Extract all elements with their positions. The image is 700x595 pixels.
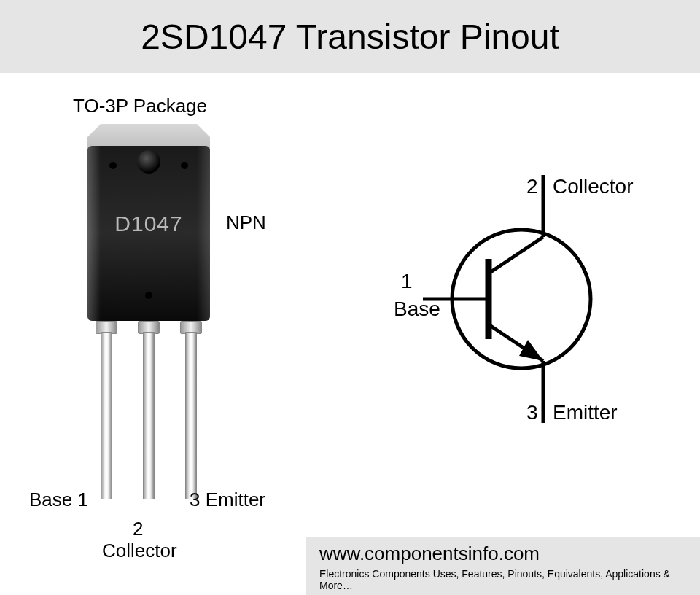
schematic-collector-num: 2	[526, 175, 538, 198]
schematic-base-num: 1	[401, 270, 413, 293]
package-label: TO-3P Package	[73, 95, 207, 117]
title-bar: 2SD1047 Transistor Pinout	[0, 0, 700, 73]
footer-tagline: Electronics Components Uses, Features, P…	[319, 568, 687, 591]
schematic-base-label: Base	[394, 298, 440, 321]
part-marking: D1047	[88, 211, 210, 236]
pin-2-number: 2	[133, 518, 143, 540]
transistor-type-label: NPN	[226, 211, 266, 234]
schematic-collector-label: Collector	[553, 175, 633, 198]
footer: www.componentsinfo.com Electronics Compo…	[306, 537, 700, 595]
pin-3-label: 3 Emitter	[190, 489, 265, 511]
footer-url: www.componentsinfo.com	[319, 542, 687, 565]
svg-marker-7	[519, 340, 543, 361]
svg-line-3	[489, 237, 543, 273]
schematic-symbol: 2 Collector 1 Base 3 Emitter	[394, 168, 671, 430]
mounting-hole	[137, 150, 160, 174]
pin-3-lead	[185, 332, 197, 499]
page-title: 2SD1047 Transistor Pinout	[141, 17, 559, 57]
transistor-package: D1047	[88, 124, 210, 503]
pin-2-name: Collector	[102, 540, 177, 562]
diagram-area: TO-3P Package NPN D1047 Base 1 2 Collect…	[0, 73, 700, 537]
pin-1-lead	[101, 332, 112, 499]
pin-1-label: Base 1	[29, 489, 88, 511]
schematic-emitter-label: Emitter	[553, 401, 618, 424]
schematic-emitter-num: 3	[526, 401, 538, 424]
pin-2-lead	[143, 332, 155, 499]
